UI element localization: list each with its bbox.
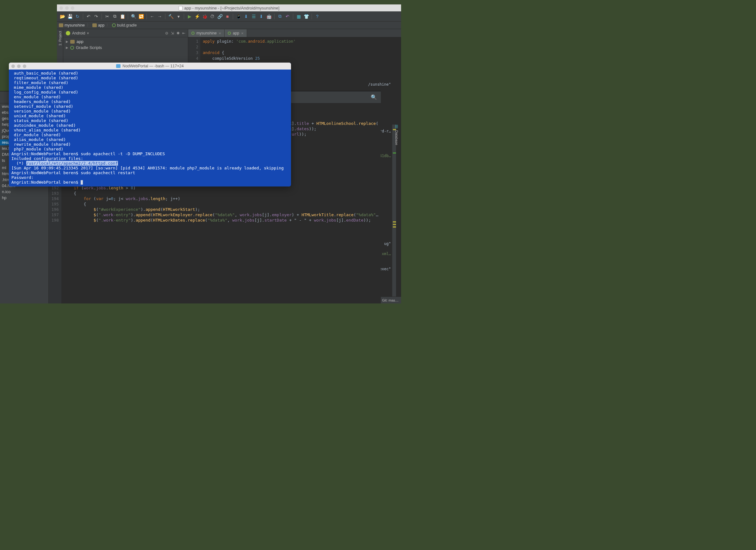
close-icon[interactable] — [11, 65, 15, 68]
android-icon — [66, 31, 70, 35]
terminal-titlebar[interactable]: NodWebPortal — -bash — 117×24 — [9, 63, 291, 70]
zoom-icon[interactable] — [71, 6, 74, 10]
gradle-icon — [112, 23, 116, 27]
settings-icon[interactable]: ✱ — [177, 31, 180, 35]
tree-label: Gradle Scripts — [76, 45, 102, 50]
structure-icon[interactable]: ⧉ — [276, 13, 283, 20]
back-icon[interactable]: ← — [149, 13, 156, 20]
find-icon[interactable]: 🔍 — [130, 13, 137, 20]
folder-icon — [59, 23, 63, 27]
breadcrumb-project[interactable]: mysunshine — [65, 23, 85, 28]
database-tab[interactable]: Database — [395, 130, 399, 145]
breadcrumb-file[interactable]: build.gradle — [117, 23, 137, 28]
tree-label: app — [77, 39, 84, 44]
hide-icon[interactable]: ⇤ — [182, 31, 185, 35]
terminal-title: NodWebPortal — -bash — 117×24 — [122, 64, 183, 68]
right-tool-tabs: ☰ Database — [395, 125, 401, 145]
gradle-icon — [70, 46, 74, 50]
hint-text: /sunshine" — [368, 82, 391, 87]
tab-label: app — [233, 31, 239, 35]
project-panel-header: Android ▾ ⊖ ⇲ ✱ ⇤ — [63, 29, 188, 37]
tab-label: mysunshine — [196, 31, 217, 35]
undo-icon[interactable]: ↶ — [85, 13, 92, 20]
download-icon[interactable]: ⬇ — [258, 13, 265, 20]
breadcrumb-module[interactable]: app — [98, 23, 104, 28]
project-view-mode[interactable]: Android — [72, 31, 85, 35]
folder-icon — [70, 40, 75, 44]
sync-icon[interactable]: ↻ — [74, 13, 81, 20]
project-tab[interactable]: 1: Project — [58, 31, 62, 46]
revert-icon[interactable]: ↶ — [284, 13, 291, 20]
forward-icon[interactable]: → — [156, 13, 163, 20]
replace-icon[interactable]: 🔁 — [138, 13, 145, 20]
android-icon[interactable]: 🤖 — [265, 13, 272, 20]
redo-icon[interactable]: ↷ — [93, 13, 100, 20]
breadcrumb: mysunshine 〉 app 〉 build.gradle — [57, 22, 401, 29]
help-icon[interactable]: ? — [314, 13, 321, 20]
gutter-mark[interactable] — [393, 226, 396, 228]
terminal-output[interactable]: auth_basic_module (shared) reqtimeout_mo… — [9, 70, 291, 186]
layout-icon[interactable]: ▦ — [295, 13, 302, 20]
window-controls[interactable] — [59, 6, 74, 10]
run-config-icon[interactable]: ▾ — [175, 13, 182, 20]
make-icon[interactable]: 🔨 — [167, 13, 174, 20]
paste-icon[interactable]: 📋 — [119, 13, 126, 20]
window-controls[interactable] — [11, 65, 26, 68]
sdk-icon[interactable]: ⬇ — [243, 13, 250, 20]
debug-icon[interactable]: 🐞 — [201, 13, 208, 20]
collapse-icon[interactable]: ⊖ — [165, 31, 168, 35]
editor-tab-app[interactable]: app ✕ — [225, 29, 247, 37]
editor-tabs: mysunshine ✕ app ✕ — [188, 29, 401, 37]
project-tree: ▶ app ▶ Gradle Scripts — [63, 37, 188, 52]
gutter-mark[interactable] — [393, 152, 396, 154]
minimize-icon[interactable] — [17, 65, 21, 68]
close-icon[interactable] — [59, 6, 63, 10]
theme-icon[interactable]: 👕 — [303, 13, 310, 20]
hint-text: ug" — [384, 242, 391, 246]
zoom-icon[interactable] — [23, 65, 26, 68]
right-gutter — [392, 125, 396, 297]
file-item[interactable]: hp — [0, 195, 48, 201]
gutter-mark[interactable] — [393, 221, 396, 223]
apply-changes-icon[interactable]: ⚡ — [194, 13, 201, 20]
run-icon[interactable]: ▶ — [186, 13, 193, 20]
stop-icon[interactable]: ■ — [224, 13, 231, 20]
tree-node-app[interactable]: ▶ app — [66, 39, 185, 45]
titlebar[interactable]: app - mysunshine - [~/Projects/Android/m… — [57, 4, 401, 11]
disclosure-icon[interactable]: ▶ — [66, 46, 68, 49]
folder-icon — [116, 64, 121, 68]
gradle-icon — [228, 32, 231, 35]
database-icon[interactable]: ☰ — [395, 125, 401, 129]
avd-icon[interactable]: 📱 — [235, 13, 242, 20]
chevron-right-icon: 〉 — [87, 22, 90, 28]
main-toolbar: 📂 💾 ↻ ↶ ↷ ✂ ⧉ 📋 🔍 🔁 ← → 🔨 ▾ ▶ ⚡ 🐞 ⏱ 🔗 ■ … — [57, 11, 401, 22]
document-icon — [179, 6, 183, 10]
search-icon[interactable]: 🔍 — [371, 94, 377, 100]
save-icon[interactable]: 💾 — [66, 13, 73, 20]
chevron-right-icon: 〉 — [106, 22, 110, 28]
close-icon[interactable]: ✕ — [219, 32, 221, 35]
attach-icon[interactable]: 🔗 — [216, 13, 223, 20]
close-icon[interactable]: ✕ — [241, 32, 244, 35]
chevron-down-icon[interactable]: ▾ — [87, 31, 89, 35]
open-icon[interactable]: 📂 — [59, 13, 66, 20]
disclosure-icon[interactable]: ▶ — [66, 40, 68, 43]
window-title: app - mysunshine - [~/Projects/Android/m… — [184, 6, 280, 10]
profile-icon[interactable]: ⏱ — [209, 13, 216, 20]
folder-icon — [92, 23, 97, 27]
expand-icon[interactable]: ⇲ — [171, 31, 174, 35]
editor-tab-mysunshine[interactable]: mysunshine ✕ — [188, 29, 225, 37]
terminal-window[interactable]: NodWebPortal — -bash — 117×24 auth_basic… — [9, 63, 291, 187]
gradle-sync-icon[interactable]: ☰ — [250, 13, 257, 20]
git-indicator[interactable]: Git: mas… — [382, 298, 399, 302]
tree-node-gradle[interactable]: ▶ Gradle Scripts — [66, 45, 185, 51]
file-item[interactable]: n.ico — [0, 189, 48, 195]
gradle-icon — [191, 32, 195, 35]
copy-icon[interactable]: ⧉ — [111, 13, 118, 20]
minimize-icon[interactable] — [65, 6, 69, 10]
gutter-mark[interactable] — [393, 224, 396, 225]
cut-icon[interactable]: ✂ — [104, 13, 111, 20]
